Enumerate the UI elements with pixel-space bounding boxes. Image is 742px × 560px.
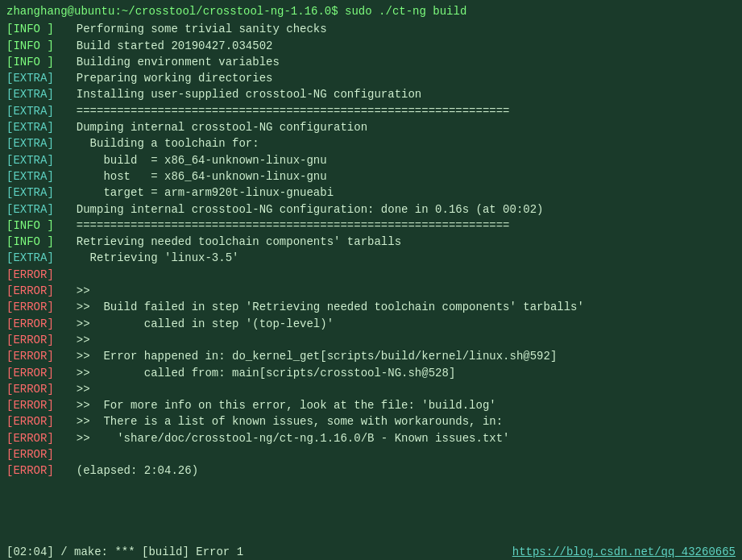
- bottom-link[interactable]: https://blog.csdn.net/qq_43260665: [512, 545, 736, 558]
- terminal-line: [ERROR] >> Error happened in: do_kernel_…: [6, 348, 736, 364]
- line-tag: [ERROR]: [6, 299, 63, 315]
- terminal-line: [EXTRA] Dumping internal crosstool-NG co…: [6, 119, 736, 135]
- terminal-line: [ERROR] >>: [6, 283, 736, 299]
- line-tag: [EXTRA]: [6, 135, 63, 151]
- terminal-line: [ERROR] (elapsed: 2:04.26): [6, 463, 736, 479]
- line-message: >> Error happened in: do_kernel_get[scri…: [63, 348, 557, 364]
- line-message: Performing some trivial sanity checks: [63, 21, 327, 37]
- terminal-line: [EXTRA] ================================…: [6, 103, 736, 119]
- line-tag: [ERROR]: [6, 365, 63, 381]
- terminal-line: [ERROR] >> called from: main[scripts/cro…: [6, 365, 736, 381]
- terminal-header: zhanghang@ubuntu:~/crosstool/crosstool-n…: [6, 3, 736, 19]
- line-tag: [ERROR]: [6, 316, 63, 332]
- line-tag: [EXTRA]: [6, 168, 63, 185]
- line-tag: [ERROR]: [6, 267, 63, 283]
- line-tag: [ERROR]: [6, 397, 63, 413]
- terminal-window: zhanghang@ubuntu:~/crosstool/crosstool-n…: [0, 0, 742, 560]
- line-message: >> For more info on this error, look at …: [63, 397, 496, 413]
- line-tag: [EXTRA]: [6, 201, 63, 218]
- line-tag: [INFO ]: [6, 218, 63, 234]
- line-tag: [INFO ]: [6, 21, 63, 37]
- terminal-line: [ERROR] >>: [6, 381, 736, 397]
- terminal-line: [INFO ] Performing some trivial sanity c…: [6, 21, 736, 37]
- line-message: >> called from: main[scripts/crosstool-N…: [63, 365, 455, 381]
- terminal-output: [INFO ] Performing some trivial sanity c…: [6, 21, 736, 479]
- line-message: ========================================…: [63, 103, 510, 119]
- line-tag: [EXTRA]: [6, 250, 63, 266]
- terminal-line: [ERROR] >>: [6, 332, 736, 348]
- line-tag: [EXTRA]: [6, 70, 63, 86]
- terminal-line: [INFO ] Build started 20190427.034502: [6, 38, 736, 54]
- line-message: Retrieving needed toolchain components' …: [63, 234, 401, 250]
- terminal-line: [ERROR] >> There is a list of known issu…: [6, 413, 736, 429]
- line-tag: [INFO ]: [6, 234, 63, 250]
- line-tag: [EXTRA]: [6, 86, 63, 102]
- line-message: Dumping internal crosstool-NG configurat…: [63, 119, 367, 135]
- line-tag: [ERROR]: [6, 332, 63, 348]
- line-message: >> 'share/doc/crosstool-ng/ct-ng.1.16.0/…: [63, 430, 510, 446]
- line-message: target = arm-arm920t-linux-gnueabi: [63, 185, 334, 201]
- line-tag: [ERROR]: [6, 430, 63, 446]
- line-message: >>: [63, 381, 90, 397]
- line-message: >>: [63, 332, 90, 348]
- line-message: >> Build failed in step 'Retrieving need…: [63, 299, 584, 315]
- terminal-line: [ERROR] >> For more info on this error, …: [6, 397, 736, 413]
- terminal-line: [INFO ] Building environment variables: [6, 54, 736, 70]
- terminal-line: [EXTRA] Installing user-supplied crossto…: [6, 86, 736, 102]
- terminal-line: [ERROR] >> Build failed in step 'Retriev…: [6, 299, 736, 315]
- terminal-line: [INFO ] ================================…: [6, 218, 736, 234]
- line-message: Building a toolchain for:: [63, 135, 259, 151]
- line-message: (elapsed: 2:04.26): [63, 463, 198, 479]
- line-message: >> There is a list of known issues, some…: [63, 413, 503, 429]
- line-tag: [ERROR]: [6, 348, 63, 364]
- terminal-line: [EXTRA] Dumping internal crosstool-NG co…: [6, 201, 736, 218]
- line-message: Preparing working directories: [63, 70, 272, 86]
- terminal-line: [ERROR] >> 'share/doc/crosstool-ng/ct-ng…: [6, 430, 736, 446]
- header-text: zhanghang@ubuntu:~/crosstool/crosstool-n…: [6, 3, 466, 19]
- terminal-line: [EXTRA] build = x86_64-unknown-linux-gnu: [6, 152, 736, 168]
- line-tag: [INFO ]: [6, 54, 63, 70]
- line-message: host = x86_64-unknown-linux-gnu: [63, 168, 327, 185]
- line-tag: [EXTRA]: [6, 152, 63, 168]
- line-message: ========================================…: [63, 218, 510, 234]
- terminal-line: [ERROR] >> called in step '(top-level)': [6, 316, 736, 332]
- line-tag: [INFO ]: [6, 38, 63, 54]
- line-message: build = x86_64-unknown-linux-gnu: [63, 152, 327, 168]
- line-message: Build started 20190427.034502: [63, 38, 272, 54]
- line-message: Retrieving 'linux-3.5': [63, 250, 238, 266]
- line-tag: [ERROR]: [6, 381, 63, 397]
- terminal-line: [EXTRA] Building a toolchain for:: [6, 135, 736, 151]
- line-message: >>: [63, 283, 90, 299]
- bottom-status: [02:04] / make: *** [build] Error 1: [6, 545, 243, 558]
- terminal-line: [ERROR]: [6, 267, 736, 283]
- terminal-line: [EXTRA] target = arm-arm920t-linux-gnuea…: [6, 185, 736, 201]
- line-message: Dumping internal crosstool-NG configurat…: [63, 201, 544, 218]
- terminal-line: [EXTRA] Retrieving 'linux-3.5': [6, 250, 736, 266]
- line-tag: [EXTRA]: [6, 119, 63, 135]
- line-tag: [ERROR]: [6, 283, 63, 299]
- terminal-line: [INFO ] Retrieving needed toolchain comp…: [6, 234, 736, 250]
- line-message: Installing user-supplied crosstool-NG co…: [63, 86, 421, 102]
- bottom-bar: [02:04] / make: *** [build] Error 1 http…: [0, 544, 742, 560]
- line-tag: [ERROR]: [6, 413, 63, 429]
- line-message: Building environment variables: [63, 54, 280, 70]
- line-tag: [EXTRA]: [6, 185, 63, 201]
- terminal-line: [EXTRA] host = x86_64-unknown-linux-gnu: [6, 168, 736, 185]
- terminal-line: [EXTRA] Preparing working directories: [6, 70, 736, 86]
- line-tag: [ERROR]: [6, 463, 63, 479]
- line-message: >> called in step '(top-level)': [63, 316, 334, 332]
- line-tag: [EXTRA]: [6, 103, 63, 119]
- line-tag: [ERROR]: [6, 446, 63, 463]
- terminal-line: [ERROR]: [6, 446, 736, 463]
